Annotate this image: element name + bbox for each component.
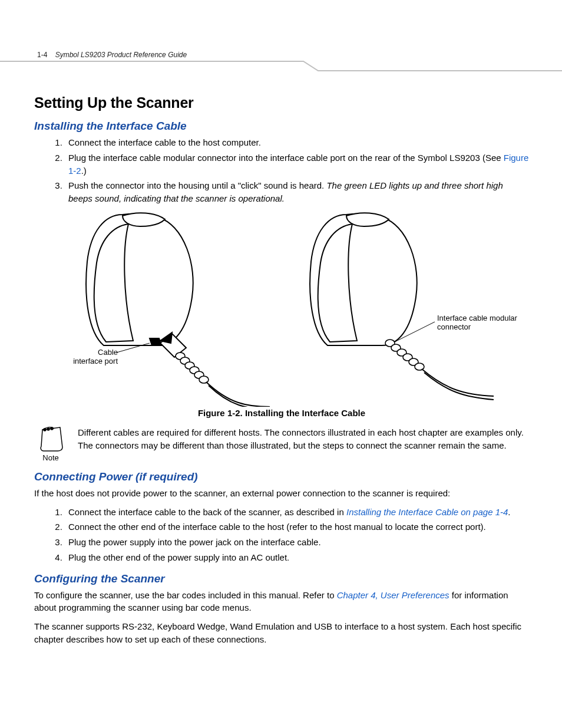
power-step-3: Plug the power supply into the power jac… [65,536,529,549]
step-text: Push the connector into the housing unti… [68,180,326,190]
page-content: Setting Up the Scanner Installing the In… [34,94,529,652]
step-text: Plug the interface cable modular connect… [68,153,504,163]
note-icon: Note [34,426,67,462]
step-text: . [508,507,510,517]
note-block: Note Different cables are required for d… [34,426,529,462]
chapter-link[interactable]: Chapter 4, User Preferences [337,590,449,600]
install-steps: Connect the interface cable to the host … [65,136,529,205]
running-header: 1-4 Symbol LS9203 Product Reference Guid… [37,51,187,59]
config-p2: The scanner supports RS-232, Keyboard We… [34,620,529,646]
install-step-3: Push the connector into the housing unti… [65,179,529,205]
figure-1-2: Cable interface port Interface cable mod… [34,209,529,407]
config-p1: To configure the scanner, use the bar co… [34,589,529,615]
svg-point-17 [51,427,53,430]
power-step-2: Connect the other end of the interface c… [65,521,529,533]
note-text: Different cables are required for differ… [78,426,529,452]
p-text: To configure the scanner, use the bar co… [34,590,337,600]
subsection-power-title: Connecting Power (if required) [34,470,529,483]
figure-caption: Figure 1-2. Installing the Interface Cab… [34,408,529,418]
note-label: Note [34,453,67,462]
power-step-4: Plug the other end of the power supply i… [65,551,529,564]
power-step-1: Connect the interface cable to the back … [65,506,529,519]
doc-title: Symbol LS9203 Product Reference Guide [55,51,187,59]
section-title: Setting Up the Scanner [34,94,529,111]
subsection-install-title: Installing the Interface Cable [34,120,529,133]
power-steps: Connect the interface cable to the back … [65,506,529,564]
header-rule [0,60,562,72]
install-step-1: Connect the interface cable to the host … [65,136,529,149]
page-number: 1-4 [37,51,47,59]
svg-point-15 [44,429,46,431]
svg-point-16 [47,428,49,430]
subsection-config-title: Configuring the Scanner [34,572,529,585]
figure-callout-left: Cable interface port [67,348,118,366]
power-intro: If the host does not provide power to th… [34,487,529,500]
step-text: Connect the interface cable to the back … [68,507,346,517]
cross-ref-link[interactable]: Installing the Interface Cable on page 1… [346,507,508,517]
step-text: .) [81,166,87,176]
install-step-2: Plug the interface cable modular connect… [65,151,529,177]
figure-callout-right: Interface cable modular connector [437,314,525,332]
